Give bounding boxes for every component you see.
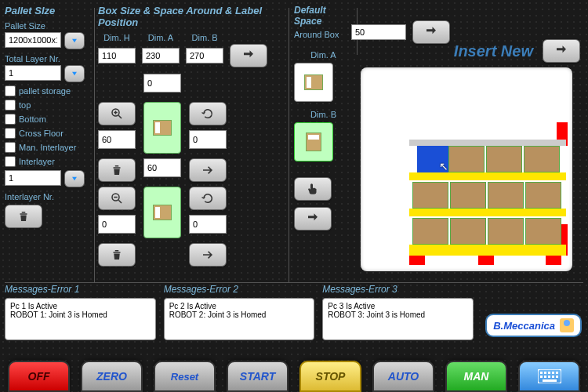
zero-button[interactable]: ZERO [81,361,143,392]
bottom-checkbox[interactable] [5,114,16,125]
logo-badge[interactable]: B.Meccanica [485,314,582,337]
svg-rect-3 [540,372,543,374]
zoom-in-button[interactable] [98,102,136,125]
space-right-b-input[interactable] [189,215,227,234]
dima-label: Dim. A [142,33,180,42]
pallet-title: Pallet SIze [5,5,91,16]
svg-rect-9 [544,376,546,378]
total-layer-dropdown-button[interactable] [64,65,85,82]
messages-1-box: Pc 1 Is Active ROBOT 1: Joint 3 is Homed [5,298,156,340]
start-button[interactable]: START [227,361,289,392]
box-preview-a [143,102,181,154]
interlayer-dropdown-button[interactable] [64,170,85,187]
delete-b-button[interactable] [98,243,136,267]
pallet-size-label: Pallet Size [5,21,91,31]
default-dima-label: Dim. A [294,50,353,60]
svg-rect-12 [556,376,558,378]
interlayer-nr-label: Interlayer Nr. [5,192,91,201]
send-right-b-button[interactable] [189,243,227,267]
insert-button[interactable] [294,207,332,230]
rotate-a-button[interactable] [189,102,227,125]
delete-interlayer-button[interactable] [5,205,42,228]
space-top-a-input[interactable] [143,74,181,93]
pallet-viewport[interactable]: ↖ [361,67,572,271]
pallet-storage-label: pallet storage [19,86,71,96]
svg-rect-7 [556,372,558,374]
dimb-label: Dim. B [186,33,223,42]
space-bottom-a-input[interactable] [143,158,181,177]
space-left-b-input[interactable] [98,215,136,234]
messages-3-title: Messages-Error 3 [322,284,474,295]
man-interlayer-checkbox[interactable] [5,142,16,153]
messages-3-box: Pc 3 Is Active ROBOT 3: Joint 3 is Homed [322,298,474,340]
reset-button[interactable]: Reset [154,361,216,392]
total-layer-label: Total Layer Nr. [5,54,91,64]
cross-floor-label: Cross Floor [19,129,64,138]
logo-icon [560,318,574,332]
box-preview-b [143,187,181,238]
messages-2-title: Messages-Error 2 [164,284,315,295]
man-interlayer-label: Man. Interlayer [19,143,76,152]
messages-2-box: Pc 2 Is Active ROBOT 2: Joint 3 is Homed [164,298,315,340]
auto-button[interactable]: AUTO [372,361,434,392]
box-title: Box Size & Space Around & Label Position [98,5,286,28]
svg-rect-11 [552,376,554,378]
dimh-label: Dim. H [98,33,136,42]
interlayer-checkbox[interactable] [5,156,16,167]
msg3-line1: Pc 3 Is Active [328,302,468,310]
insert-new-button[interactable] [543,39,580,63]
man-button[interactable]: MAN [445,361,507,392]
interlayer-input[interactable] [5,170,61,186]
svg-rect-10 [548,376,550,378]
svg-rect-6 [552,372,554,374]
top-label: top [19,100,31,110]
svg-rect-8 [540,376,543,378]
svg-rect-13 [543,379,557,382]
logo-text: B.Meccanica [493,320,555,332]
rotate-b-button[interactable] [189,187,227,210]
pallet-storage-checkbox[interactable] [5,85,16,96]
msg1-line2: ROBOT 1: Joint 3 is Homed [10,310,151,319]
keyboard-button[interactable] [518,361,580,392]
total-layer-input[interactable] [5,65,61,81]
delete-a-button[interactable] [98,158,136,182]
msg3-line2: ROBOT 3: Joint 3 is Homed [328,310,468,319]
default-dimb-label: Dim. B [294,110,353,119]
pallet-size-dropdown-button[interactable] [64,32,85,49]
bottom-label: Bottom [19,114,46,124]
cursor-icon: ↖ [439,160,448,172]
space-right-a-input[interactable] [189,130,227,149]
top-checkbox[interactable] [5,100,16,111]
dimb-preview[interactable] [294,122,333,162]
space-left-a-input[interactable] [98,130,136,149]
msg2-line1: Pc 2 Is Active [169,302,310,310]
svg-rect-5 [548,372,550,374]
dima-input[interactable] [142,48,180,64]
pallet-size-input[interactable] [5,32,61,48]
dima-preview[interactable] [294,63,333,102]
export-dims-button[interactable] [230,44,267,67]
dimb-input[interactable] [186,48,223,64]
msg1-line1: Pc 1 Is Active [10,302,151,310]
zoom-out-button[interactable] [98,187,136,210]
insert-new-title: Insert New [454,42,533,60]
msg2-line2: ROBOT 2: Joint 3 is Homed [169,310,310,319]
svg-rect-4 [544,372,546,374]
off-button[interactable]: OFF [8,361,70,392]
around-box-label: Around Box [294,30,353,39]
cross-floor-checkbox[interactable] [5,128,16,139]
messages-1-title: Messages-Error 1 [5,284,156,295]
touch-button[interactable] [294,177,332,201]
send-right-a-button[interactable] [189,158,227,182]
dimh-input[interactable] [98,48,136,64]
stop-button[interactable]: STOP [299,361,361,392]
default-title: Default Space [294,5,353,27]
interlayer-label: Interlayer [19,157,55,166]
